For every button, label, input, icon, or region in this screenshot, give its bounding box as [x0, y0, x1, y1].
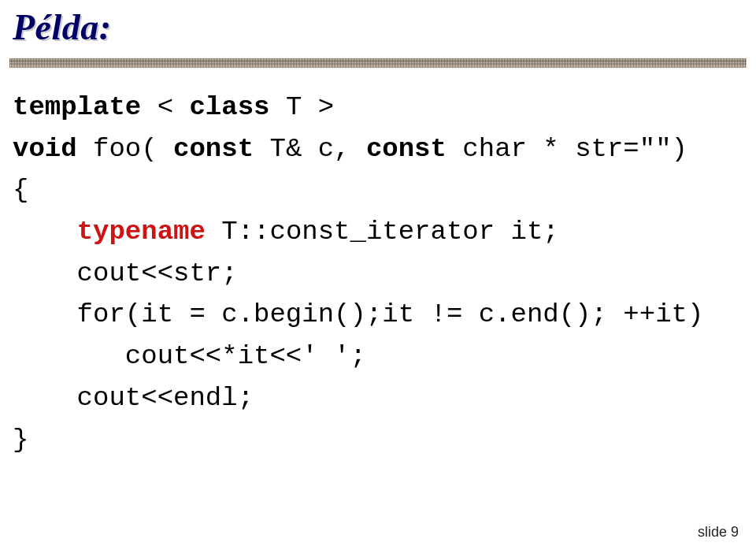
code-text: cout<<*it<<' '; [13, 341, 366, 371]
code-text: char * str="") [447, 134, 687, 164]
code-text [13, 217, 77, 247]
code-text: T > [269, 92, 334, 122]
code-text: T::const_iterator it; [206, 217, 559, 247]
kw-const: const [173, 134, 254, 164]
code-text: } [13, 425, 28, 455]
kw-template: template [13, 92, 141, 122]
code-text: for(it = c.begin();it != c.end(); ++it) [13, 299, 703, 329]
slide-number: slide 9 [698, 524, 739, 541]
code-text: < [141, 92, 189, 122]
kw-const: const [366, 134, 447, 164]
code-text: T& c, [254, 134, 366, 164]
kw-void: void [13, 134, 77, 164]
slide-page: Példa: template < class T > void foo( co… [0, 0, 756, 550]
code-text: cout<<str; [13, 258, 238, 288]
kw-typename: typename [77, 217, 206, 247]
code-text: foo( [77, 134, 173, 164]
code-text: { [13, 175, 28, 205]
code-text: cout<<endl; [13, 383, 254, 413]
kw-class: class [189, 92, 269, 122]
slide-title: Példa: [13, 6, 112, 48]
title-divider [9, 58, 747, 68]
code-block: template < class T > void foo( const T& … [13, 87, 703, 460]
